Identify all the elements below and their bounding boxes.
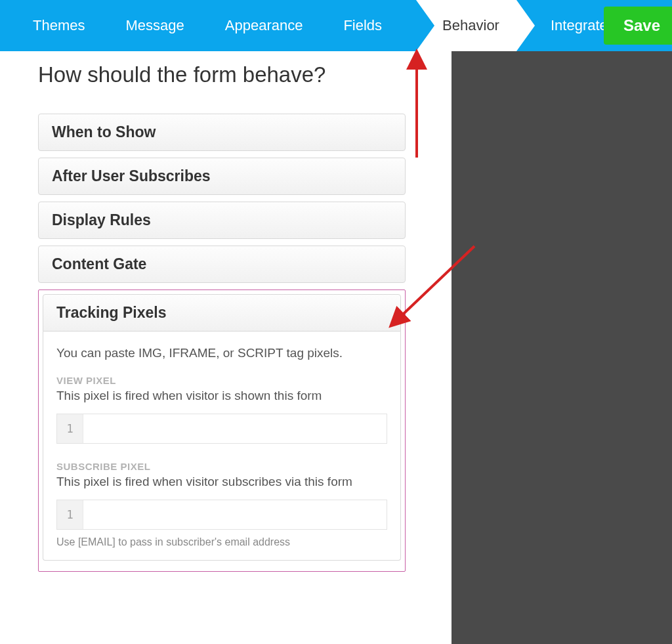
section-display-rules[interactable]: Display Rules: [38, 202, 406, 239]
nav-tab-fields[interactable]: Fields: [331, 0, 394, 51]
nav-tab-themes[interactable]: Themes: [21, 0, 96, 51]
subscribe-pixel-editor: 1: [56, 500, 387, 530]
page-title: How should the form behave?: [38, 62, 406, 87]
section-title: Tracking Pixels: [56, 304, 166, 321]
tracking-pixels-highlight: Tracking Pixels You can paste IMG, IFRAM…: [38, 290, 406, 572]
nav-tab-message[interactable]: Message: [114, 0, 196, 51]
preview-panel-dark: [452, 49, 672, 644]
line-number: 1: [57, 414, 83, 443]
section-title: After User Subscribes: [52, 167, 211, 184]
subscribe-pixel-help: Use [EMAIL] to pass in subscriber's emai…: [56, 536, 387, 548]
subscribe-pixel-description: This pixel is fired when visitor subscri…: [56, 475, 387, 489]
nav-tab-appearance[interactable]: Appearance: [213, 0, 315, 51]
view-pixel-input[interactable]: [83, 414, 387, 443]
section-after-user-subscribes[interactable]: After User Subscribes: [38, 158, 406, 195]
section-title: Content Gate: [52, 255, 146, 272]
section-tracking-pixels[interactable]: Tracking Pixels: [43, 294, 401, 332]
view-pixel-description: This pixel is fired when visitor is show…: [56, 389, 387, 403]
tracking-pixels-body: You can paste IMG, IFRAME, or SCRIPT tag…: [43, 332, 401, 561]
subscribe-pixel-input[interactable]: [83, 500, 387, 529]
save-button[interactable]: Save: [604, 7, 672, 45]
tracking-intro-text: You can paste IMG, IFRAME, or SCRIPT tag…: [56, 346, 387, 360]
section-content-gate[interactable]: Content Gate: [38, 246, 406, 283]
view-pixel-editor: 1: [56, 414, 387, 444]
line-number: 1: [57, 500, 83, 529]
top-nav: Themes Message Appearance Fields Behavio…: [0, 0, 672, 51]
section-when-to-show[interactable]: When to Show: [38, 114, 406, 151]
section-title: Display Rules: [52, 211, 151, 228]
nav-tab-behavior[interactable]: Behavior: [416, 0, 516, 51]
section-title: When to Show: [52, 123, 156, 140]
subscribe-pixel-label: SUBSCRIBE PIXEL: [56, 461, 387, 472]
view-pixel-label: VIEW PIXEL: [56, 375, 387, 386]
